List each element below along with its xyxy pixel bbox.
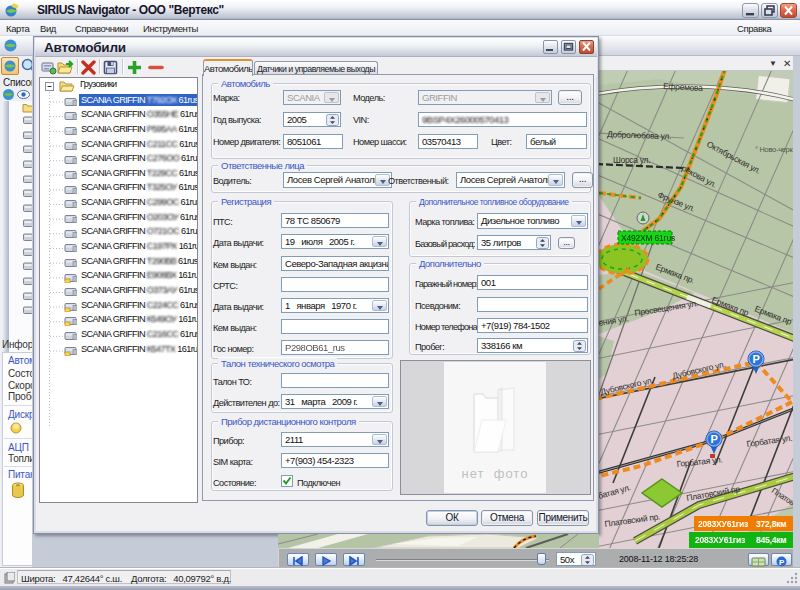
- svg-text:372,8км: 372,8км: [756, 519, 786, 529]
- svg-text:Ефремова: Ефремова: [663, 81, 703, 93]
- svg-text:845,4км: 845,4км: [756, 535, 786, 545]
- svg-text:P: P: [711, 433, 718, 445]
- svg-text:Х492ХМ 61гus: Х492ХМ 61гus: [621, 233, 675, 243]
- svg-text:Шорса ул.: Шорса ул.: [613, 155, 650, 165]
- svg-text:P: P: [779, 558, 785, 567]
- svg-text:2083ХУ61гиз: 2083ХУ61гиз: [698, 519, 748, 529]
- svg-text:2083ХУ61гиз: 2083ХУ61гиз: [695, 535, 745, 545]
- svg-text:P: P: [753, 353, 760, 365]
- svg-text:° Ново-черк: ° Ново-черк: [755, 145, 793, 154]
